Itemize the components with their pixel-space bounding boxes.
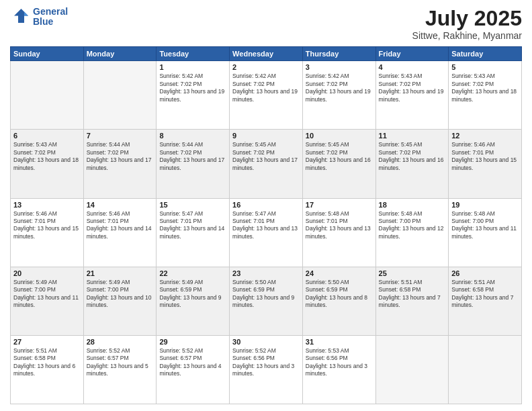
calendar-cell <box>375 335 449 404</box>
day-number: 25 <box>379 269 446 277</box>
logo-text: General Blue <box>33 7 68 28</box>
day-number: 12 <box>451 132 519 140</box>
calendar-cell: 3Sunrise: 5:42 AM Sunset: 7:02 PM Daylig… <box>302 61 375 130</box>
calendar-cell: 16Sunrise: 5:47 AM Sunset: 7:01 PM Dayli… <box>230 198 303 267</box>
day-number: 31 <box>306 338 373 346</box>
page: General Blue July 2025 Sittwe, Rakhine, … <box>0 0 532 411</box>
day-number: 14 <box>87 201 154 209</box>
calendar-week-row: 20Sunrise: 5:49 AM Sunset: 7:00 PM Dayli… <box>11 267 522 335</box>
calendar-cell: 17Sunrise: 5:48 AM Sunset: 7:01 PM Dayli… <box>302 198 375 267</box>
calendar-week-row: 1Sunrise: 5:42 AM Sunset: 7:02 PM Daylig… <box>11 61 522 130</box>
calendar-week-row: 27Sunrise: 5:51 AM Sunset: 6:58 PM Dayli… <box>11 335 522 404</box>
day-number: 21 <box>87 269 154 277</box>
day-detail: Sunrise: 5:45 AM Sunset: 7:02 PM Dayligh… <box>232 141 300 172</box>
day-detail: Sunrise: 5:46 AM Sunset: 7:01 PM Dayligh… <box>87 210 154 241</box>
day-detail: Sunrise: 5:45 AM Sunset: 7:02 PM Dayligh… <box>379 141 446 172</box>
day-number: 11 <box>379 132 446 140</box>
day-detail: Sunrise: 5:46 AM Sunset: 7:01 PM Dayligh… <box>451 141 519 172</box>
day-number: 20 <box>13 269 81 277</box>
calendar-cell: 21Sunrise: 5:49 AM Sunset: 7:00 PM Dayli… <box>83 267 157 335</box>
calendar-cell: 29Sunrise: 5:52 AM Sunset: 6:57 PM Dayli… <box>157 335 230 404</box>
day-detail: Sunrise: 5:45 AM Sunset: 7:02 PM Dayligh… <box>306 141 373 172</box>
day-detail: Sunrise: 5:47 AM Sunset: 7:01 PM Dayligh… <box>159 210 226 241</box>
day-of-week-thursday: Thursday <box>302 47 375 61</box>
day-number: 19 <box>451 201 519 209</box>
day-number: 24 <box>306 269 373 277</box>
calendar-cell: 31Sunrise: 5:53 AM Sunset: 6:56 PM Dayli… <box>302 335 375 404</box>
day-number: 23 <box>232 269 300 277</box>
calendar-cell: 22Sunrise: 5:49 AM Sunset: 6:59 PM Dayli… <box>157 267 230 335</box>
calendar-cell: 25Sunrise: 5:51 AM Sunset: 6:58 PM Dayli… <box>375 267 449 335</box>
logo-line1: General <box>33 7 68 17</box>
calendar-cell: 9Sunrise: 5:45 AM Sunset: 7:02 PM Daylig… <box>230 130 303 198</box>
day-detail: Sunrise: 5:42 AM Sunset: 7:02 PM Dayligh… <box>159 73 226 103</box>
day-number: 17 <box>306 201 373 209</box>
calendar-cell: 5Sunrise: 5:43 AM Sunset: 7:02 PM Daylig… <box>449 61 522 130</box>
day-detail: Sunrise: 5:50 AM Sunset: 6:59 PM Dayligh… <box>232 279 300 310</box>
title-section: July 2025 Sittwe, Rakhine, Myanmar <box>412 7 522 41</box>
calendar-cell: 2Sunrise: 5:42 AM Sunset: 7:02 PM Daylig… <box>230 61 303 130</box>
day-detail: Sunrise: 5:48 AM Sunset: 7:00 PM Dayligh… <box>379 210 446 241</box>
calendar-cell: 10Sunrise: 5:45 AM Sunset: 7:02 PM Dayli… <box>302 130 375 198</box>
calendar-week-row: 13Sunrise: 5:46 AM Sunset: 7:01 PM Dayli… <box>11 198 522 267</box>
calendar-cell: 13Sunrise: 5:46 AM Sunset: 7:01 PM Dayli… <box>11 198 84 267</box>
day-detail: Sunrise: 5:44 AM Sunset: 7:02 PM Dayligh… <box>159 141 226 172</box>
day-of-week-tuesday: Tuesday <box>157 47 230 61</box>
day-detail: Sunrise: 5:53 AM Sunset: 6:56 PM Dayligh… <box>306 347 373 378</box>
calendar-cell: 1Sunrise: 5:42 AM Sunset: 7:02 PM Daylig… <box>157 61 230 130</box>
day-detail: Sunrise: 5:42 AM Sunset: 7:02 PM Dayligh… <box>232 73 300 103</box>
day-number: 1 <box>159 63 226 71</box>
calendar-cell: 18Sunrise: 5:48 AM Sunset: 7:00 PM Dayli… <box>375 198 449 267</box>
day-number: 13 <box>13 201 81 209</box>
day-number: 3 <box>306 63 373 71</box>
day-number: 27 <box>13 338 81 346</box>
calendar-cell: 23Sunrise: 5:50 AM Sunset: 6:59 PM Dayli… <box>230 267 303 335</box>
logo: General Blue <box>10 7 68 28</box>
logo-icon <box>10 7 30 27</box>
day-number: 22 <box>159 269 226 277</box>
calendar-cell: 24Sunrise: 5:50 AM Sunset: 6:59 PM Dayli… <box>302 267 375 335</box>
calendar-header-row: SundayMondayTuesdayWednesdayThursdayFrid… <box>11 47 522 61</box>
calendar-cell: 15Sunrise: 5:47 AM Sunset: 7:01 PM Dayli… <box>157 198 230 267</box>
day-detail: Sunrise: 5:47 AM Sunset: 7:01 PM Dayligh… <box>232 210 300 241</box>
day-number: 26 <box>451 269 519 277</box>
calendar-cell <box>11 61 84 130</box>
day-detail: Sunrise: 5:43 AM Sunset: 7:02 PM Dayligh… <box>13 141 81 172</box>
calendar-cell: 30Sunrise: 5:52 AM Sunset: 6:56 PM Dayli… <box>230 335 303 404</box>
calendar-cell: 28Sunrise: 5:52 AM Sunset: 6:57 PM Dayli… <box>83 335 157 404</box>
day-of-week-wednesday: Wednesday <box>230 47 303 61</box>
calendar-cell: 12Sunrise: 5:46 AM Sunset: 7:01 PM Dayli… <box>449 130 522 198</box>
day-number: 18 <box>379 201 446 209</box>
day-number: 15 <box>159 201 226 209</box>
day-number: 2 <box>232 63 300 71</box>
svg-marker-1 <box>24 12 28 16</box>
calendar-cell: 26Sunrise: 5:51 AM Sunset: 6:58 PM Dayli… <box>449 267 522 335</box>
day-detail: Sunrise: 5:48 AM Sunset: 7:00 PM Dayligh… <box>451 210 519 241</box>
day-number: 29 <box>159 338 226 346</box>
day-of-week-saturday: Saturday <box>449 47 522 61</box>
day-number: 5 <box>451 63 519 71</box>
calendar-cell: 7Sunrise: 5:44 AM Sunset: 7:02 PM Daylig… <box>83 130 157 198</box>
day-detail: Sunrise: 5:52 AM Sunset: 6:57 PM Dayligh… <box>87 347 154 378</box>
day-detail: Sunrise: 5:44 AM Sunset: 7:02 PM Dayligh… <box>87 141 154 172</box>
calendar-cell: 14Sunrise: 5:46 AM Sunset: 7:01 PM Dayli… <box>83 198 157 267</box>
day-number: 8 <box>159 132 226 140</box>
calendar-cell: 19Sunrise: 5:48 AM Sunset: 7:00 PM Dayli… <box>449 198 522 267</box>
header: General Blue July 2025 Sittwe, Rakhine, … <box>10 7 522 41</box>
day-detail: Sunrise: 5:46 AM Sunset: 7:01 PM Dayligh… <box>13 210 81 241</box>
day-number: 9 <box>232 132 300 140</box>
day-number: 4 <box>379 63 446 71</box>
day-detail: Sunrise: 5:51 AM Sunset: 6:58 PM Dayligh… <box>451 279 519 310</box>
day-number: 7 <box>87 132 154 140</box>
day-number: 16 <box>232 201 300 209</box>
day-detail: Sunrise: 5:48 AM Sunset: 7:01 PM Dayligh… <box>306 210 373 241</box>
calendar-week-row: 6Sunrise: 5:43 AM Sunset: 7:02 PM Daylig… <box>11 130 522 198</box>
calendar-cell <box>83 61 157 130</box>
day-number: 28 <box>87 338 154 346</box>
day-detail: Sunrise: 5:43 AM Sunset: 7:02 PM Dayligh… <box>379 73 446 103</box>
day-detail: Sunrise: 5:52 AM Sunset: 6:56 PM Dayligh… <box>232 347 300 378</box>
calendar-table: SundayMondayTuesdayWednesdayThursdayFrid… <box>10 46 522 404</box>
day-detail: Sunrise: 5:49 AM Sunset: 6:59 PM Dayligh… <box>159 279 226 310</box>
day-detail: Sunrise: 5:49 AM Sunset: 7:00 PM Dayligh… <box>13 279 81 310</box>
day-number: 30 <box>232 338 300 346</box>
